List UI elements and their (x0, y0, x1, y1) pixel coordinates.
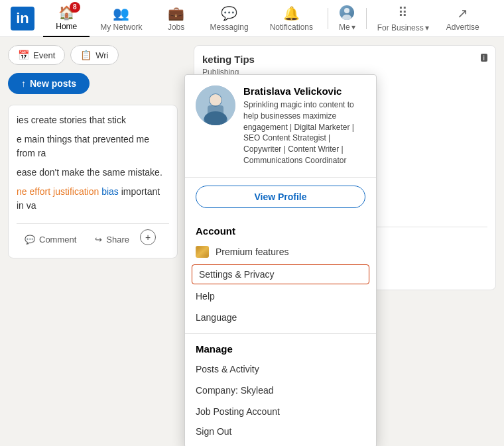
manage-title: Manage (185, 339, 376, 359)
nav-label-advertise: Advertise (446, 23, 479, 32)
for-business-chevron-icon: ▾ (425, 23, 429, 32)
linkedin-logo[interactable]: in (11, 7, 34, 30)
event-filter-btn[interactable]: 📅 Event (8, 45, 65, 65)
profile-name: Bratislava Velickovic (243, 85, 365, 97)
nav-divider (328, 8, 328, 29)
me-dropdown: Bratislava Velickovic Sprinkling magic i… (184, 74, 377, 446)
sign-out-label: Sign Out (196, 426, 231, 437)
nav-item-me[interactable]: Me ▾ (332, 0, 362, 37)
help-item[interactable]: Help (185, 286, 376, 307)
filter-buttons: 📅 Event 📋 Wri (8, 45, 178, 65)
nav-item-messaging[interactable]: 💬 Messaging (200, 0, 259, 37)
left-panel: 📅 Event 📋 Wri ↑ New posts ies create sto… (0, 37, 186, 446)
nav-label-notifications: Notifications (270, 23, 313, 32)
language-label: Language (196, 312, 237, 323)
nav-label-messaging: Messaging (210, 23, 249, 32)
navbar: in 🏠 8 Home 👥 My Network 💼 Jobs 💬 Messag… (0, 0, 504, 37)
sign-out-item[interactable]: Sign Out (185, 422, 376, 442)
highlighted-span-orange: ne effort (17, 186, 53, 197)
home-badge: 8 (70, 2, 80, 13)
nav-item-notifications[interactable]: 🔔 Notifications (259, 0, 324, 37)
notifications-icon: 🔔 (283, 5, 300, 21)
nav-item-for-business[interactable]: ⠿ For Business ▾ (371, 0, 436, 37)
job-posting-item[interactable]: Job Posting Account (185, 401, 376, 422)
job-posting-label: Job Posting Account (196, 406, 280, 417)
info-icon[interactable]: i (481, 54, 487, 62)
profile-bio: Sprinkling magic into content to help bu… (243, 99, 365, 166)
nav-item-advertise[interactable]: ↗ Advertise (436, 0, 490, 37)
me-chevron-icon: ▾ (351, 23, 355, 32)
justification-span: justification (53, 186, 101, 197)
post-line-2: e main things that prevented me from ra (17, 133, 169, 160)
premium-label: Premium features (216, 247, 288, 257)
new-posts-button[interactable]: ↑ New posts (8, 73, 90, 94)
profile-section: Bratislava Velickovic Sprinkling magic i… (185, 75, 376, 178)
me-avatar-icon (340, 5, 354, 20)
account-title: Account (185, 221, 376, 241)
share-icon: ↪ (95, 235, 102, 245)
share-button[interactable]: ↪ Share (87, 229, 137, 250)
settings-label: Settings & Privacy (199, 269, 275, 280)
language-item[interactable]: Language (185, 307, 376, 328)
company-skylead-label: Company: Skylead (196, 385, 274, 396)
home-icon: 🏠 8 (58, 5, 75, 21)
comment-button[interactable]: 💬 Comment (17, 229, 84, 250)
post-card: ies create stories that stick e main thi… (8, 105, 178, 258)
manage-section: Manage Posts & Activity Company: Skylead… (185, 334, 376, 446)
post-actions: 💬 Comment ↪ Share + (17, 223, 169, 250)
post-teaser: ies create stories that stick e main thi… (17, 113, 169, 213)
help-label: Help (196, 291, 215, 302)
advertise-icon: ↗ (457, 5, 468, 21)
event-icon: 📅 (18, 50, 29, 60)
nav-label-my-network: My Network (100, 23, 142, 32)
post-line-3: ease don't make the same mistake. (17, 166, 169, 180)
main-area: 📅 Event 📋 Wri ↑ New posts ies create sto… (0, 37, 504, 446)
settings-privacy-item[interactable]: Settings & Privacy (192, 264, 369, 284)
marketing-tips-title: keting Tips (202, 54, 487, 65)
new-posts-label: New posts (30, 78, 76, 89)
me-label: Me ▾ (339, 23, 355, 32)
view-profile-button[interactable]: View Profile (196, 186, 365, 208)
my-network-icon: 👥 (113, 5, 129, 21)
svg-point-0 (344, 8, 349, 13)
profile-info: Bratislava Velickovic Sprinkling magic i… (243, 85, 365, 166)
nav-item-my-network[interactable]: 👥 My Network (90, 0, 153, 37)
for-business-label: For Business ▾ (377, 23, 429, 32)
post-line-1: ies create stories that stick (17, 113, 169, 127)
nav-label-jobs: Jobs (168, 23, 184, 32)
for-business-icon: ⠿ (398, 5, 408, 21)
premium-item[interactable]: Premium features (185, 241, 376, 263)
write-label: Wri (95, 50, 108, 60)
svg-point-1 (342, 15, 351, 20)
nav-item-jobs[interactable]: 💼 Jobs (153, 0, 200, 37)
svg-point-5 (210, 94, 221, 106)
nav-item-home[interactable]: 🏠 8 Home (43, 0, 90, 37)
nav-items: 🏠 8 Home 👥 My Network 💼 Jobs 💬 Messaging… (40, 0, 493, 37)
premium-icon (196, 246, 209, 258)
svg-rect-7 (208, 105, 223, 119)
messaging-icon: 💬 (221, 5, 237, 21)
company-skylead-item[interactable]: Company: Skylead (185, 380, 376, 401)
share-label: Share (106, 235, 129, 245)
write-icon: 📋 (80, 50, 92, 60)
svg-rect-8 (197, 247, 208, 256)
post-highlighted: ne effort justification bias important i… (17, 185, 169, 213)
nav-label-home: Home (56, 22, 77, 31)
account-section: Account Premium features Settings & Priv… (185, 216, 376, 334)
jobs-icon: 💼 (168, 5, 184, 21)
nav-divider-2 (366, 8, 367, 29)
event-label: Event (33, 50, 55, 60)
bias-span: bias (101, 186, 121, 197)
posts-activity-label: Posts & Activity (196, 364, 259, 374)
arrow-up-icon: ↑ (21, 78, 26, 89)
posts-activity-item[interactable]: Posts & Activity (185, 359, 376, 380)
add-reaction-button[interactable]: + (140, 229, 156, 245)
write-filter-btn[interactable]: 📋 Wri (70, 45, 118, 65)
comment-icon: 💬 (25, 235, 35, 245)
profile-avatar (196, 85, 235, 125)
comment-label: Comment (39, 235, 76, 245)
